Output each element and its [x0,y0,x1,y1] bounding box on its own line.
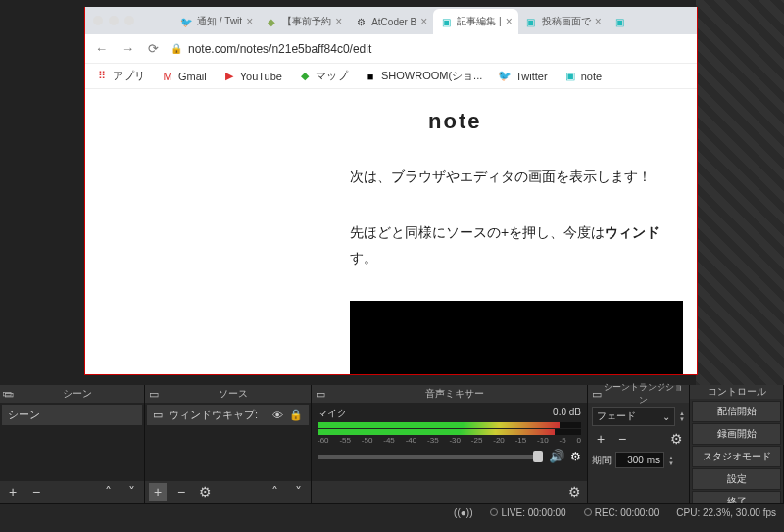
browser-tab[interactable]: ▣記事編集 |× [433,9,517,34]
add-icon[interactable]: + [592,430,610,448]
popout-icon[interactable]: ▭ [316,388,325,401]
gear-icon[interactable]: ⚙ [565,483,583,501]
lock-icon[interactable]: 🔒 [289,409,303,421]
tab-favicon: 🐦 [179,15,193,28]
bookmark-favicon: ◆ [298,70,312,83]
vu-meter [318,429,581,435]
duration-spin[interactable]: ▲▼ [668,455,674,466]
visibility-icon[interactable]: 👁 [272,410,283,421]
nav-reload-icon[interactable]: ⟳ [148,41,159,56]
meter-scale: -60-55-50-45-40-35-30-25-20-15-10-50 [318,436,581,445]
tab-title: 記事編集 | [457,15,501,28]
popout-icon[interactable]: ▭ [149,388,159,401]
source-item[interactable]: ▭ ウィンドウキャプ: 👁 🔒 [147,405,309,425]
url-text: note.com/notes/n21e5baff84c0/edit [188,42,371,56]
bookmark-label: Twitter [515,71,547,82]
browser-window: 🐦通知 / Twit×◆【事前予約×⚙AtCoder B×▣記事編集 |×▣投稿… [84,7,698,375]
browser-tab[interactable]: ⚙AtCoder B× [348,9,433,34]
bookmark-item[interactable]: MGmail [161,70,207,83]
add-icon[interactable]: + [4,483,22,501]
control-button[interactable]: スタジオモード [692,446,781,467]
close-icon[interactable]: × [246,15,253,28]
control-button[interactable]: 録画開始 [692,423,781,445]
browser-tab[interactable]: ▣投稿画面で× [518,9,608,34]
broadcast-icon: ((●)) [454,508,472,518]
panel-title: シーン [14,387,140,401]
bookmark-label: YouTube [240,71,282,82]
bookmark-label: アプリ [113,69,145,83]
bookmark-item[interactable]: ◆マップ [298,69,348,83]
article-paragraph: 次は、ブラウザやエディタの画面を表示します！ [350,164,697,190]
chevron-down-icon: ⌄ [662,411,670,422]
control-button[interactable]: 設定 [692,468,781,490]
panel-title: ソース [159,387,307,401]
transition-select[interactable]: フェード ⌄ [592,407,675,426]
gear-icon[interactable]: ⚙ [196,483,214,501]
duration-label: 期間 [592,454,612,467]
article-paragraph: 先ほどと同様にソースの+を押し、今度はウィンドす。 [350,219,697,271]
bookmark-item[interactable]: ⠿アプリ [95,69,145,83]
gear-icon[interactable]: ⚙ [570,450,581,463]
scenes-panel: ▭シーン シーン + − ˄ ˅ [0,385,145,503]
bookmark-favicon: 🐦 [498,70,512,83]
tab-favicon: ▣ [613,15,627,28]
up-icon[interactable]: ˄ [266,483,283,501]
up-icon[interactable]: ˄ [99,483,117,501]
note-logo: note [350,109,697,134]
duration-input[interactable]: 300 ms [615,452,664,468]
down-icon[interactable]: ˅ [122,483,140,501]
bookmark-item[interactable]: ■SHOWROOM(ショ... [364,69,482,83]
audio-mixer-panel: ▭音声ミキサー マイク 0.0 dB -60-55-50-45-40-35-30… [312,385,588,503]
volume-slider[interactable] [318,455,543,459]
bookmark-favicon: ▶ [222,70,236,83]
browser-tab[interactable]: ▣ [608,9,637,34]
page-content: note 次は、ブラウザやエディタの画面を表示します！ 先ほどと同様にソースの+… [85,89,697,375]
window-traffic-lights[interactable] [93,16,134,25]
dock-icon[interactable]: ▭ [2,387,12,400]
url-field[interactable]: 🔒 note.com/notes/n21e5baff84c0/edit [171,42,687,56]
browser-tab[interactable]: 🐦通知 / Twit× [173,9,259,34]
transition-spin[interactable]: ▲▼ [679,411,685,422]
tab-favicon: ▣ [439,15,453,28]
speaker-icon[interactable]: 🔊 [549,449,564,463]
close-icon[interactable]: × [595,15,602,28]
vu-meter [318,422,581,428]
popout-icon[interactable]: ▭ [592,388,602,401]
source-type-icon: ▭ [153,409,163,421]
browser-tabstrip: 🐦通知 / Twit×◆【事前予約×⚙AtCoder B×▣記事編集 |×▣投稿… [85,7,697,34]
close-icon[interactable]: × [335,15,342,28]
rec-status: REC: 00:00:00 [584,508,660,518]
close-icon[interactable]: × [420,15,427,28]
mixer-channel: マイク 0.0 dB -60-55-50-45-40-35-30-25-20-1… [314,405,585,465]
bookmark-label: Gmail [178,71,207,82]
browser-tab[interactable]: ◆【事前予約× [259,9,348,34]
scenes-toolbar: + − ˄ ˅ [0,481,144,503]
add-icon[interactable]: + [149,483,167,501]
tab-favicon: ◆ [265,15,278,28]
bookmark-favicon: ■ [364,70,377,83]
remove-icon[interactable]: − [613,430,631,448]
remove-icon[interactable]: − [27,483,45,501]
nav-back-icon[interactable]: ← [95,41,108,56]
control-button[interactable]: 配信開始 [692,401,781,422]
bookmark-favicon: ▣ [564,70,577,83]
tab-favicon: ▣ [524,15,538,28]
bookmarks-bar: ⠿アプリMGmail▶YouTube◆マップ■SHOWROOM(ショ...🐦Tw… [85,64,697,89]
down-icon[interactable]: ˅ [289,483,307,501]
remove-icon[interactable]: − [172,483,190,501]
status-bar: ((●)) LIVE: 00:00:00 REC: 00:00:00 CPU: … [0,503,784,522]
lock-icon: 🔒 [171,43,182,54]
panel-title: コントロール [694,385,779,399]
channel-level: 0.0 dB [553,407,581,420]
gear-icon[interactable]: ⚙ [667,430,685,448]
nav-forward-icon[interactable]: → [122,41,134,56]
panel-title: 音声ミキサー [325,387,583,401]
close-icon[interactable]: × [506,15,513,28]
tab-title: 【事前予約 [282,15,331,28]
bookmark-item[interactable]: ▣note [564,70,602,83]
tab-title: AtCoder B [371,17,416,27]
scene-item[interactable]: シーン [2,405,142,425]
bookmark-item[interactable]: 🐦Twitter [498,70,547,83]
tab-title: 投稿画面で [542,15,591,28]
bookmark-item[interactable]: ▶YouTube [222,70,282,83]
